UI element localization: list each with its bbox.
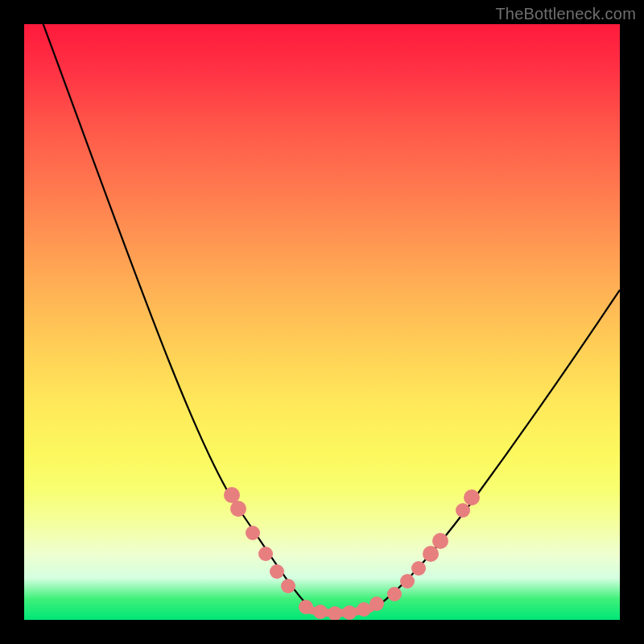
marker-bottom-4 xyxy=(357,602,371,617)
left-curve xyxy=(40,24,322,613)
marker-left-1 xyxy=(230,501,246,517)
outer-frame: TheBottleneck.com xyxy=(0,0,644,644)
marker-bottom-2 xyxy=(328,606,342,620)
plot-area xyxy=(24,24,620,620)
marker-left-3 xyxy=(258,547,273,561)
marker-bottom-5 xyxy=(369,597,384,611)
marker-right-6 xyxy=(464,489,480,506)
marker-left-0 xyxy=(224,487,240,503)
marker-right-3 xyxy=(423,546,439,562)
marker-right-2 xyxy=(411,561,426,576)
chart-svg xyxy=(24,24,620,620)
marker-bottom-1 xyxy=(313,605,328,619)
marker-right-5 xyxy=(456,503,470,518)
marker-right-0 xyxy=(387,587,402,601)
marker-right-4 xyxy=(432,533,448,549)
marker-right-1 xyxy=(400,574,415,588)
watermark-text: TheBottleneck.com xyxy=(495,5,636,23)
marker-left-5 xyxy=(281,579,295,593)
marker-left-4 xyxy=(270,564,284,579)
marker-bottom-3 xyxy=(342,605,357,620)
right-curve xyxy=(354,290,620,613)
marker-group xyxy=(224,487,480,620)
marker-bottom-0 xyxy=(299,600,313,614)
marker-left-2 xyxy=(246,526,260,540)
